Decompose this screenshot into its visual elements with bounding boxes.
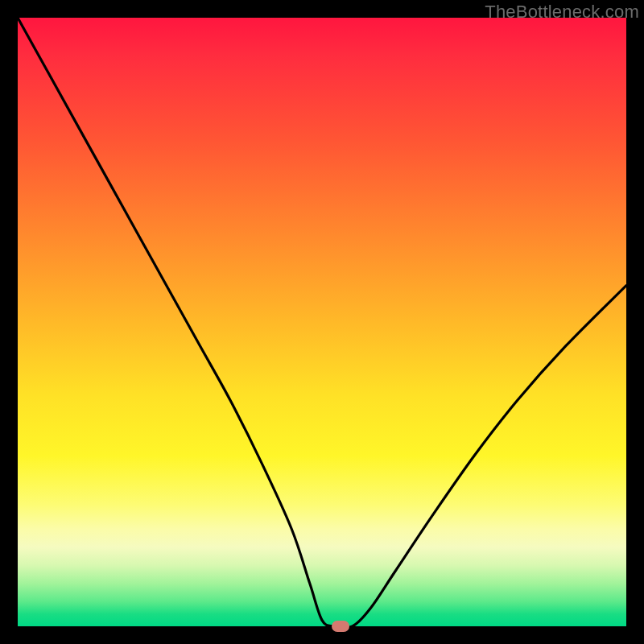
bottleneck-curve — [18, 18, 626, 626]
watermark-text: TheBottleneck.com — [485, 2, 639, 23]
chart-frame: TheBottleneck.com — [0, 0, 644, 644]
plot-area — [18, 18, 626, 626]
minimum-marker — [332, 621, 349, 632]
